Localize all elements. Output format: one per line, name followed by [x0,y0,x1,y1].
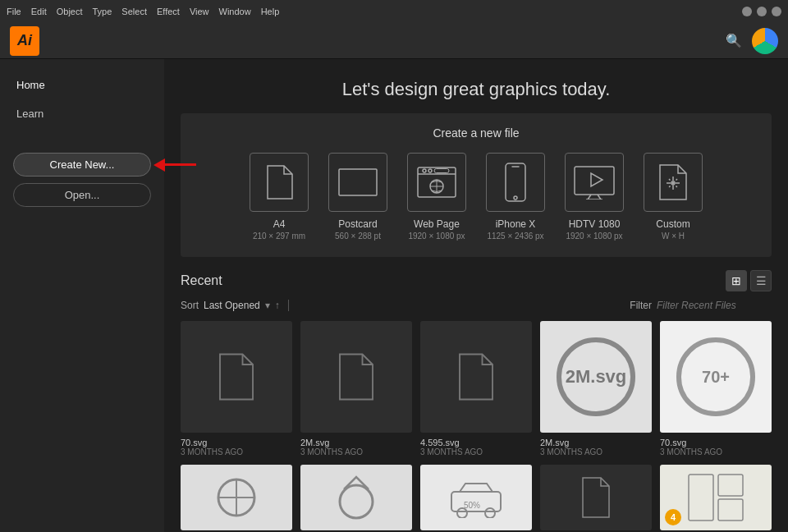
file-name-0: 70.svg [181,438,292,447]
create-new-button[interactable]: Create New... [13,153,151,177]
create-section-title: Create a new file [200,126,752,140]
doc-icon [264,164,294,200]
svg-point-4 [428,169,432,172]
thumbnail-70: 70+ [676,337,754,415]
sort-divider [288,300,289,311]
sidebar-item-learn[interactable]: Learn [0,101,164,126]
file-card-0[interactable]: 70.svg 3 MONTHS AGO [181,321,292,456]
template-custom-name: Custom [656,218,690,230]
template-hdtv-name: HDTV 1080 [569,218,621,230]
file-thumb-5 [181,465,292,530]
badge-count: 4 [665,509,681,525]
file-thumb-8 [540,465,652,530]
car-icon: 50% [447,477,505,518]
user-avatar[interactable] [752,28,778,54]
file-icon [456,352,497,401]
svg-text:50%: 50% [464,501,480,510]
svg-point-24 [340,485,373,518]
minimize-button[interactable]: − [742,7,752,16]
menu-edit[interactable]: Edit [31,7,47,16]
file-date-2: 3 MONTHS AGO [420,447,532,456]
file-card-6[interactable] [300,465,412,530]
template-custom[interactable]: Custom W × H [644,153,703,241]
file-card-3[interactable]: 2M.svg 2M.svg 3 MONTHS AGO [540,321,652,456]
menu-file[interactable]: File [7,7,21,16]
file-card-8[interactable] [540,465,652,530]
template-iphone-dims: 1125 × 2436 px [487,232,543,241]
menu-effect[interactable]: Effect [157,7,180,16]
file-thumb-0 [181,321,292,433]
template-postcard-name: Postcard [338,218,377,230]
filter-input[interactable] [657,300,772,311]
recent-title: Recent [181,273,222,288]
file-card-2[interactable]: 4.595.svg 3 MONTHS AGO [420,321,532,456]
file-card-5[interactable] [181,465,292,530]
template-iphone-name: iPhone X [496,218,536,230]
doc-wide-icon [337,167,378,197]
template-postcard[interactable]: Postcard 560 × 288 pt [328,153,387,241]
template-hdtv-dims: 1920 × 1080 px [566,232,622,241]
file-thumb-4: 70+ [660,321,772,433]
menu-type[interactable]: Type [93,7,112,16]
file-card-4[interactable]: 70+ 70.svg 3 MONTHS AGO [660,321,772,456]
menu-view[interactable]: View [190,7,209,16]
template-grid: A4 210 × 297 mm Postcard 560 × 288 pt [200,153,752,241]
file-date-0: 3 MONTHS AGO [181,447,292,456]
sort-dropdown-icon[interactable]: ▾ [265,300,270,311]
titlebar-menu: File Edit Object Type Select Effect View… [7,7,279,16]
template-a4[interactable]: A4 210 × 297 mm [250,153,309,241]
circle-partial-icon [212,473,261,522]
file-card-1[interactable]: 2M.svg 3 MONTHS AGO [300,321,412,456]
toolbar-left: Ai [10,26,39,56]
titlebar-controls: − □ × [742,7,781,16]
close-button[interactable]: × [772,7,781,16]
template-postcard-dims: 560 × 288 pt [335,232,381,241]
sidebar-item-home[interactable]: Home [0,72,164,98]
sidebar-divider [0,130,164,143]
menu-object[interactable]: Object [57,7,83,16]
layout-icon [687,473,744,522]
open-button[interactable]: Open... [13,183,151,207]
sort-value[interactable]: Last Opened [204,300,260,311]
template-iphone[interactable]: iPhone X 1125 × 2436 px [486,153,545,241]
file-card-9[interactable]: 4 [660,465,772,530]
svg-line-13 [588,195,591,200]
sort-direction-icon[interactable]: ↑ [275,300,280,311]
titlebar-left: File Edit Object Type Select Effect View… [7,7,279,16]
files-grid-row1: 70.svg 3 MONTHS AGO 2M.svg 3 MONTHS AGO [181,321,772,456]
file-icon [216,352,257,401]
template-webpage-name: Web Page [414,218,460,230]
arrow-indicator [153,158,196,172]
menu-window[interactable]: Window [219,7,251,16]
file-name-2: 4.595.svg [420,438,532,447]
recent-header: Recent ⊞ ☰ [181,270,772,291]
svg-line-14 [598,195,601,200]
file-thumb-3: 2M.svg [540,321,652,433]
svg-rect-5 [434,169,449,173]
files-grid-row2: 50% [181,465,772,530]
menu-select[interactable]: Select [121,7,147,16]
list-view-button[interactable]: ☰ [750,270,772,291]
menu-help[interactable]: Help [261,7,280,16]
maximize-button[interactable]: □ [757,7,767,16]
file-thumb-9: 4 [660,465,772,530]
template-hdtv[interactable]: HDTV 1080 1920 × 1080 px [565,153,624,241]
search-button[interactable]: 🔍 [726,33,742,48]
phone-icon [504,162,527,203]
svg-point-3 [423,169,426,172]
main-layout: Home Learn Create New... Open... Let's d… [0,59,788,532]
file-icon [336,352,377,401]
titlebar: File Edit Object Type Select Effect View… [0,0,788,23]
arrow-head-icon [153,158,165,172]
template-icon-hdtv [565,153,624,212]
view-toggles: ⊞ ☰ [726,270,772,291]
sidebar-buttons: Create New... Open... [0,146,164,213]
grid-view-button[interactable]: ⊞ [726,270,747,291]
svg-rect-9 [506,163,525,201]
svg-point-11 [514,196,517,200]
file-card-7[interactable]: 50% [420,465,532,530]
template-icon-postcard [328,153,387,212]
file-thumb-7: 50% [420,465,532,530]
template-webpage[interactable]: Web Page 1920 × 1080 px [407,153,466,241]
template-icon-iphone [486,153,545,212]
